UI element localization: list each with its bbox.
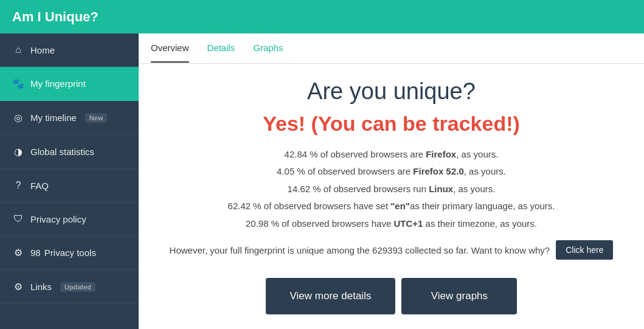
tab-bar: OverviewDetailsGraphs	[139, 33, 644, 64]
unique-line: However, your full fingerprint is unique…	[170, 240, 614, 260]
unique-text: However, your full fingerprint is unique…	[170, 245, 550, 255]
global-statistics-icon: ◑	[12, 146, 24, 158]
my-timeline-icon: ◎	[12, 112, 24, 123]
sidebar-item-label-links: Links	[30, 282, 52, 292]
sidebar-item-my-timeline[interactable]: ◎My timelineNew	[0, 101, 139, 135]
sidebar-item-label-global-statistics: Global statistics	[30, 147, 94, 157]
click-here-button[interactable]: Click here	[556, 240, 613, 260]
sidebar-item-faq[interactable]: ?FAQ	[0, 169, 139, 203]
sidebar-item-label-my-fingerprint: My fingerprint	[30, 78, 86, 89]
sidebar-item-label-privacy-tools: 98 Privacy tools	[30, 248, 96, 258]
app-header: Am I Unique?	[0, 0, 644, 33]
badge-links: Updated	[60, 282, 95, 292]
tracking-result: Yes! (You can be tracked!)	[263, 112, 520, 136]
home-icon: ⌂	[12, 44, 24, 55]
view-graphs-button[interactable]: View graphs	[401, 278, 517, 314]
sidebar-item-label-home: Home	[30, 45, 55, 55]
my-fingerprint-icon: 🐾	[12, 78, 24, 89]
sidebar-item-label-my-timeline: My timeline	[30, 113, 77, 123]
sidebar-item-home[interactable]: ⌂Home	[0, 33, 139, 67]
stat-line-2: 14.62 % of observed browsers run Linux, …	[228, 182, 555, 196]
badge-my-timeline: New	[85, 113, 108, 123]
app-title: Am I Unique?	[12, 9, 99, 25]
sidebar-item-links[interactable]: ⚙LinksUpdated	[0, 270, 139, 304]
stat-line-3: 62.42 % of observed browsers have set "e…	[228, 199, 555, 213]
stat-line-0: 42.84 % of observed browsers are Firefox…	[228, 148, 555, 162]
action-buttons: View more details View graphs	[266, 278, 518, 314]
stat-line-1: 4.05 % of observed browsers are Firefox …	[228, 165, 555, 179]
main-content: Are you unique? Yes! (You can be tracked…	[139, 64, 644, 329]
privacy-tools-icon: ⚙	[12, 247, 24, 258]
view-more-details-button[interactable]: View more details	[266, 278, 396, 314]
tab-overview[interactable]: Overview	[151, 34, 189, 63]
privacy-policy-icon: 🛡	[12, 213, 24, 224]
sidebar-item-my-fingerprint[interactable]: 🐾My fingerprint	[0, 67, 139, 101]
sidebar: ⌂Home🐾My fingerprint◎My timelineNew◑Glob…	[0, 33, 139, 329]
tab-graphs[interactable]: Graphs	[253, 34, 283, 63]
sidebar-item-global-statistics[interactable]: ◑Global statistics	[0, 135, 139, 169]
sidebar-item-privacy-tools[interactable]: ⚙98 Privacy tools	[0, 236, 139, 270]
tab-details[interactable]: Details	[207, 34, 235, 63]
links-icon: ⚙	[12, 281, 24, 293]
faq-icon: ?	[12, 180, 24, 191]
main-question: Are you unique?	[307, 78, 476, 105]
stat-line-4: 20.98 % of observed browsers have UTC+1 …	[228, 217, 555, 231]
sidebar-item-label-faq: FAQ	[30, 181, 49, 191]
main-area: OverviewDetailsGraphs Are you unique? Ye…	[139, 33, 644, 329]
layout: ⌂Home🐾My fingerprint◎My timelineNew◑Glob…	[0, 33, 644, 329]
sidebar-item-privacy-policy[interactable]: 🛡Privacy policy	[0, 203, 139, 236]
sidebar-item-label-privacy-policy: Privacy policy	[30, 214, 86, 224]
stats-container: 42.84 % of observed browsers are Firefox…	[228, 148, 555, 235]
